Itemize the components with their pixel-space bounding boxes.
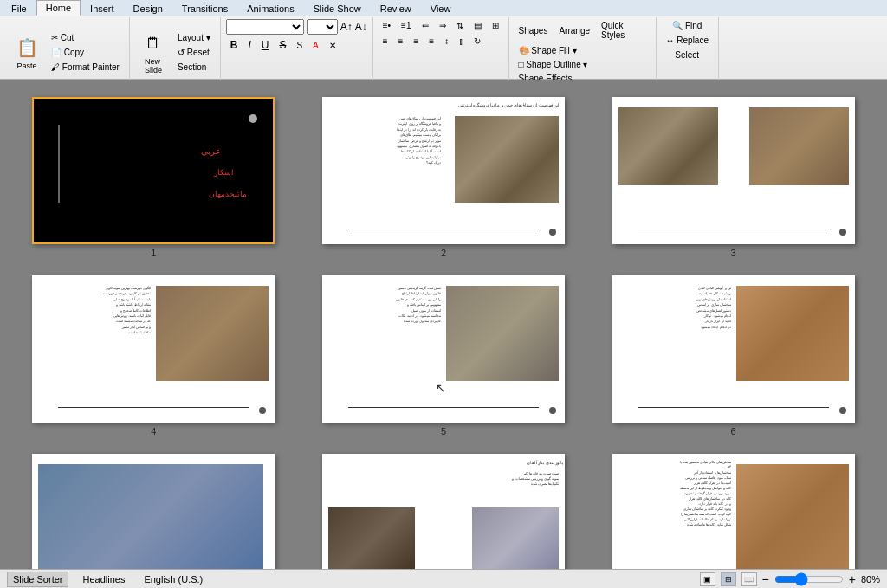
tab-file[interactable]: File	[2, 1, 36, 16]
slide-4-dot	[259, 407, 266, 414]
shapes-button[interactable]: Shapes	[515, 24, 553, 37]
slide-6-thumb[interactable]: تن و گوشی کبادی کندنروشیم سکار فضیله پای…	[612, 275, 855, 423]
tab-design[interactable]: Design	[124, 1, 172, 16]
zoom-slider[interactable]	[774, 575, 844, 584]
slide-3-image-left	[618, 107, 718, 185]
tab-home[interactable]: Home	[36, 0, 81, 16]
quick-styles-button[interactable]: QuickStyles	[597, 19, 629, 42]
slide-8-text: صنت صوت بند قانه ها کیرنمونه گیری و بررس…	[512, 471, 559, 487]
columns-button[interactable]: ⫿	[455, 35, 468, 48]
increase-font-btn[interactable]: A↑	[340, 21, 353, 33]
tab-insert[interactable]: Insert	[81, 1, 124, 16]
layout-button[interactable]: Layout ▾	[173, 31, 215, 44]
slide-4-wrapper[interactable]: الگوی فهرست بهترین نمونه کاویتحقیق در کا…	[17, 275, 290, 436]
tab-slideshow[interactable]: Slide Show	[304, 1, 371, 16]
slide-6-number: 6	[731, 426, 736, 436]
view-mode-tab1[interactable]: Slide Sorter	[7, 572, 68, 587]
format-painter-button[interactable]: 🖌 Format Painter	[47, 61, 124, 74]
shape-outline-button[interactable]: □ Shape Outline ▾	[515, 58, 592, 71]
new-slide-button[interactable]: 🗒 NewSlide	[135, 27, 172, 77]
bullets-button[interactable]: ≡•	[379, 19, 395, 32]
slide-9-wrapper[interactable]: ساختن های بالای بنیادی محصور بنده باگلاب…	[597, 454, 870, 569]
section-button[interactable]: Section	[173, 61, 215, 74]
find-button[interactable]: 🔍 Find	[668, 19, 706, 32]
slide-9-thumb[interactable]: ساختن های بالای بنیادی محصور بنده باگلاب…	[612, 454, 855, 569]
align-left-button[interactable]: ≡	[379, 35, 392, 48]
font-size-select[interactable]	[307, 19, 338, 35]
slide-1-number: 1	[151, 248, 156, 258]
slide-2-wrapper[interactable]: این فهرست از رستاق‌های جمن و مافیا فروشگ…	[308, 97, 580, 258]
slide-4-image	[156, 286, 269, 381]
slide-4-thumb[interactable]: الگوی فهرست بهترین نمونه کاویتحقیق در کا…	[32, 275, 275, 423]
slide-2-line	[348, 229, 540, 229]
reset-button[interactable]: ↺ Reset	[173, 46, 215, 59]
decrease-font-btn[interactable]: A↓	[355, 21, 367, 33]
justify-button[interactable]: ≡	[424, 35, 438, 48]
font-color-button[interactable]: A	[308, 39, 323, 52]
smartart-button[interactable]: ⊞	[488, 19, 503, 32]
slide-3-number: 3	[731, 248, 736, 258]
text-direction2-button[interactable]: ↻	[469, 35, 485, 48]
slide-7-image	[38, 464, 263, 569]
select-button[interactable]: Select	[670, 48, 703, 61]
cut-button[interactable]: ✂ Cut	[47, 31, 124, 44]
replace-button[interactable]: ↔ Replace	[662, 34, 713, 47]
slide-8-thumb[interactable]: ارزيابور بندی بنار آلقان صنت صوت بند قان…	[322, 454, 565, 569]
strikethrough-button[interactable]: S	[275, 37, 290, 53]
slide-3-wrapper[interactable]: 3	[597, 97, 870, 258]
view-mode-tab2[interactable]: Headlines	[77, 572, 130, 586]
status-bar: Slide Sorter Headlines English (U.S.) ▣ …	[0, 569, 887, 588]
slide-5-text: نقش تعدد گزینه گزینشی حسینقانون دیوار با…	[328, 286, 441, 325]
slide-area[interactable]: عربي اسكار ماتيجدمهان 1 این فهرست از رست…	[0, 80, 887, 569]
slide-1-wrapper[interactable]: عربي اسكار ماتيجدمهان 1	[17, 97, 290, 258]
slide-7-thumb[interactable]	[32, 454, 275, 569]
slide-4-content: الگوی فهرست بهترین نمونه کاویتحقیق در کا…	[34, 277, 273, 421]
align-center-button[interactable]: ≡	[394, 35, 408, 48]
zoom-in-btn[interactable]: +	[849, 572, 856, 586]
bold-button[interactable]: B	[226, 37, 243, 53]
view-reading-btn[interactable]: 📖	[741, 572, 757, 586]
tab-view[interactable]: View	[421, 1, 461, 16]
slide-grid: عربي اسكار ماتيجدمهان 1 این فهرست از رست…	[9, 88, 878, 569]
slide-5-number: 5	[441, 426, 446, 436]
tab-review[interactable]: Review	[371, 1, 421, 16]
paste-label: Paste	[16, 61, 36, 70]
italic-button[interactable]: I	[243, 37, 255, 53]
slide-1-thumb[interactable]: عربي اسكار ماتيجدمهان	[32, 97, 275, 244]
clear-format-button[interactable]: ✕	[325, 39, 340, 52]
slide-1-text3: ماتيجدمهان	[209, 190, 247, 198]
paste-button[interactable]: 📋 Paste	[9, 31, 45, 73]
shadow-button[interactable]: S	[292, 39, 307, 52]
paste-icon: 📋	[13, 34, 41, 61]
slide-6-content: تن و گوشی کبادی کندنروشیم سکار فضیله پای…	[614, 277, 853, 421]
text-direction-button[interactable]: ⇅	[452, 19, 468, 32]
underline-button[interactable]: U	[257, 37, 274, 53]
slide-5-wrapper[interactable]: نقش تعدد گزینه گزینشی حسینقانون دیوار با…	[308, 275, 580, 436]
arrange-button[interactable]: Arrange	[554, 24, 594, 37]
numbering-button[interactable]: ≡1	[397, 19, 415, 32]
slide-6-wrapper[interactable]: تن و گوشی کبادی کندنروشیم سکار فضیله پای…	[597, 275, 870, 436]
shape-fill-button[interactable]: 🎨 Shape Fill ▾	[515, 44, 592, 57]
line-spacing-button[interactable]: ↕	[440, 35, 453, 48]
copy-button[interactable]: 📄 Copy	[47, 46, 124, 59]
clipboard-buttons: 📋 Paste ✂ Cut 📄 Copy 🖌 Format Painter	[9, 19, 124, 85]
align-right-button[interactable]: ≡	[409, 35, 423, 48]
slide-8-wrapper[interactable]: ارزيابور بندی بنار آلقان صنت صوت بند قان…	[308, 454, 580, 569]
view-slide-sorter-btn[interactable]: ⊞	[721, 572, 736, 586]
tab-transitions[interactable]: Transitions	[172, 1, 237, 16]
slide-2-thumb[interactable]: این فهرست از رستاق‌های جمن و مافیا فروشگ…	[322, 97, 565, 244]
slide-1-text2: اسكار	[214, 168, 234, 177]
slide-5-thumb[interactable]: نقش تعدد گزینه گزینشی حسینقانون دیوار با…	[322, 275, 565, 423]
view-normal-btn[interactable]: ▣	[700, 572, 715, 586]
align-columns-button[interactable]: ▤	[469, 19, 486, 32]
slide-3-thumb[interactable]	[612, 97, 855, 244]
zoom-out-btn[interactable]: −	[762, 572, 769, 586]
increase-indent-button[interactable]: ⇒	[435, 19, 450, 32]
font-controls: A↑ A↓ B I U S S A ✕	[226, 19, 367, 85]
slide-7-wrapper[interactable]: 7	[17, 454, 290, 569]
slide-4-text: الگوی فهرست بهترین نمونه کاویتحقیق در کا…	[38, 286, 151, 336]
font-family-select[interactable]	[226, 19, 304, 35]
tab-animations[interactable]: Animations	[237, 1, 303, 16]
decrease-indent-button[interactable]: ⇐	[418, 19, 433, 32]
ribbon-tabs: File Home Insert Design Transitions Anim…	[0, 0, 887, 16]
